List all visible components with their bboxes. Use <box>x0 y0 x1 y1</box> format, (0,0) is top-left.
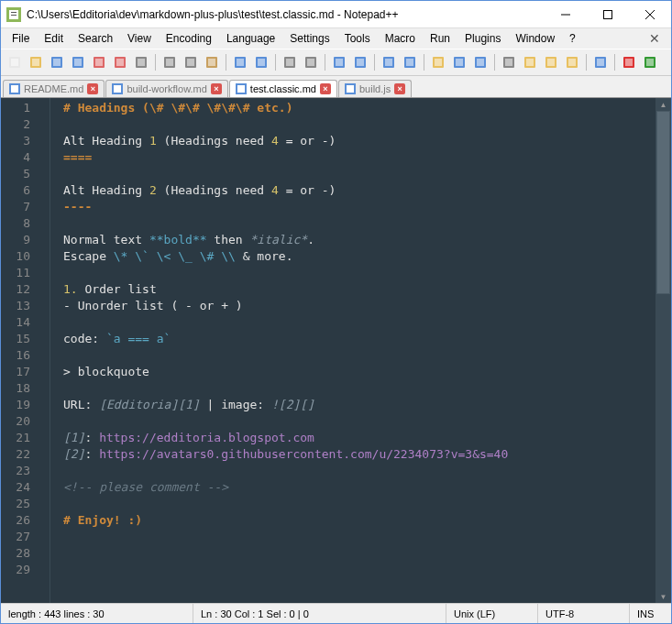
cut-button[interactable] <box>160 52 180 72</box>
menu-window[interactable]: Window <box>508 30 562 47</box>
replace-button[interactable] <box>301 52 321 72</box>
menu-run[interactable]: Run <box>423 30 457 47</box>
tab-test-classic-md[interactable]: test.classic.md× <box>229 80 337 97</box>
menu-settings[interactable]: Settings <box>282 30 336 47</box>
status-eol[interactable]: Unix (LF) <box>446 604 538 623</box>
all-chars-button[interactable] <box>449 52 469 72</box>
code-line[interactable]: > blockquote <box>63 364 655 380</box>
close-button[interactable] <box>629 1 671 27</box>
wrap-button[interactable] <box>428 52 448 72</box>
code-line[interactable] <box>63 562 655 578</box>
code-line[interactable]: # Headings (\# \#\# \#\#\# etc.) <box>63 100 655 116</box>
close-all-button[interactable] <box>110 52 130 72</box>
svg-rect-53 <box>526 59 534 66</box>
menu-macro[interactable]: Macro <box>378 30 423 47</box>
print-button[interactable] <box>131 52 151 72</box>
save-button[interactable] <box>47 52 67 72</box>
menu-tools[interactable]: Tools <box>337 30 378 47</box>
code-line[interactable] <box>63 265 655 281</box>
status-position: Ln : 30 Col : 1 Sel : 0 | 0 <box>193 604 446 623</box>
tab-build-js[interactable]: build.js× <box>338 80 412 97</box>
tab-README-md[interactable]: README.md× <box>3 80 105 97</box>
play-button[interactable] <box>640 52 660 72</box>
menu-edit[interactable]: Edit <box>37 30 71 47</box>
vertical-scrollbar[interactable]: ▲ ▼ <box>655 98 671 603</box>
code-line[interactable]: Normal text **bold** then *italic*. <box>63 232 655 248</box>
close-button[interactable] <box>89 52 109 72</box>
code-line[interactable]: ==== <box>63 149 655 166</box>
code-line[interactable] <box>63 116 655 133</box>
indent-guide-button[interactable] <box>470 52 490 72</box>
code-area[interactable]: # Headings (\# \#\# \#\#\# etc.)Alt Head… <box>50 98 655 603</box>
code-line[interactable]: Alt Heading 2 (Headings need 4 = or -) <box>63 182 655 199</box>
menu-search[interactable]: Search <box>71 30 120 47</box>
tab-close-icon[interactable]: × <box>394 83 405 94</box>
new-file-button[interactable] <box>5 52 25 72</box>
svg-rect-27 <box>208 59 215 66</box>
doc-map-button[interactable] <box>520 52 540 72</box>
tab-close-icon[interactable]: × <box>211 83 222 94</box>
code-line[interactable] <box>63 380 655 397</box>
copy-button[interactable] <box>181 52 201 72</box>
code-line[interactable] <box>63 314 655 331</box>
save-all-button[interactable] <box>68 52 88 72</box>
record-button[interactable] <box>619 52 639 72</box>
zoom-in-button[interactable] <box>329 52 349 72</box>
code-line[interactable] <box>63 463 655 479</box>
menu-plugins[interactable]: Plugins <box>457 30 508 47</box>
status-insert-mode[interactable]: INS <box>630 604 671 623</box>
code-line[interactable]: - Unorder list ( - or + ) <box>63 298 655 314</box>
tabbar: README.md×build-workflow.md×test.classic… <box>1 76 671 98</box>
paste-button[interactable] <box>202 52 222 72</box>
code-line[interactable]: URL: [Edditoria][1] | image: ![2][] <box>63 397 655 413</box>
menu-view[interactable]: View <box>120 30 159 47</box>
scrollbar-thumb[interactable] <box>656 111 670 294</box>
line-number: 7 <box>1 199 30 215</box>
code-line[interactable]: # Enjoy! :) <box>63 512 655 529</box>
func-list-button[interactable] <box>541 52 561 72</box>
find-button[interactable] <box>280 52 300 72</box>
undo-button[interactable] <box>230 52 250 72</box>
tab-label: README.md <box>24 83 83 94</box>
menubar-close-icon[interactable]: ✕ <box>642 31 667 46</box>
tab-close-icon[interactable]: × <box>320 83 331 94</box>
code-line[interactable] <box>63 413 655 430</box>
code-line[interactable]: Alt Heading 1 (Headings need 4 = or -) <box>63 133 655 149</box>
sync-h-button[interactable] <box>400 52 420 72</box>
sync-v-button[interactable] <box>379 52 399 72</box>
code-line[interactable] <box>63 215 655 232</box>
code-line[interactable] <box>63 166 655 182</box>
tab-close-icon[interactable]: × <box>87 83 98 94</box>
zoom-out-button[interactable] <box>350 52 370 72</box>
menu-language[interactable]: Language <box>219 30 282 47</box>
menu-file[interactable]: File <box>5 30 37 47</box>
code-line[interactable]: ---- <box>63 199 655 215</box>
code-line[interactable]: 1. Order list <box>63 281 655 298</box>
code-line[interactable]: <!-- please comment --> <box>63 479 655 496</box>
menu-help[interactable]: ? <box>562 30 583 47</box>
line-number: 12 <box>1 281 30 298</box>
maximize-button[interactable] <box>587 1 629 27</box>
redo-button[interactable] <box>251 52 271 72</box>
folder-button[interactable] <box>562 52 582 72</box>
scroll-down-arrow[interactable]: ▼ <box>655 590 671 603</box>
replace-icon <box>303 55 318 70</box>
code-line[interactable]: [1]: https://edditoria.blogspot.com <box>63 430 655 446</box>
menu-encoding[interactable]: Encoding <box>159 30 219 47</box>
tab-build-workflow-md[interactable]: build-workflow.md× <box>105 80 227 97</box>
status-encoding[interactable]: UTF-8 <box>538 604 630 623</box>
code-line[interactable]: Escape \* \` \< \_ \# \\ & more. <box>63 248 655 265</box>
toolbar-separator <box>325 54 325 71</box>
code-line[interactable] <box>63 347 655 364</box>
scroll-up-arrow[interactable]: ▲ <box>655 98 671 111</box>
code-line[interactable] <box>63 545 655 562</box>
line-number-gutter: 1234567891011121314151617181920212223242… <box>1 98 38 603</box>
code-line[interactable]: code: `a === a` <box>63 331 655 347</box>
code-line[interactable] <box>63 529 655 545</box>
lang-button[interactable] <box>499 52 519 72</box>
code-line[interactable] <box>63 496 655 512</box>
code-line[interactable]: [2]: https://avatars0.githubusercontent.… <box>63 446 655 463</box>
minimize-button[interactable] <box>545 1 587 27</box>
monitor-button[interactable] <box>590 52 611 72</box>
open-file-button[interactable] <box>26 52 46 72</box>
